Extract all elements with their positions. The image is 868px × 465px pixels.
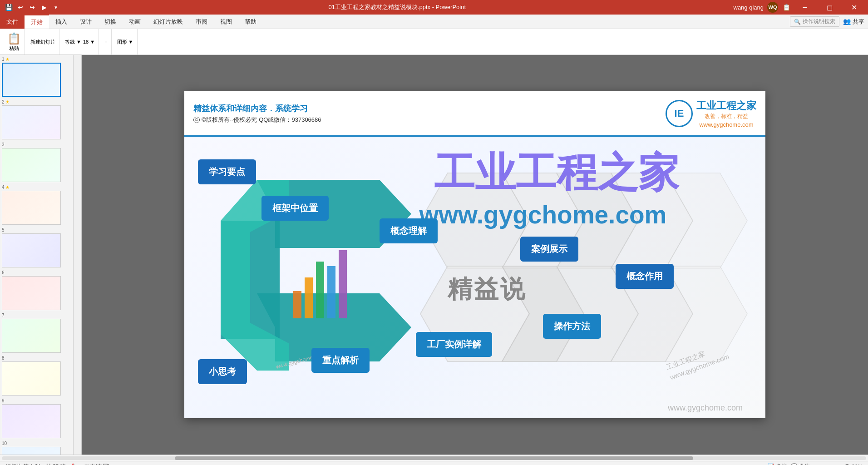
- slide-thumb-9[interactable]: 9: [2, 398, 71, 439]
- drawing-group: 图形 ▼: [113, 29, 138, 54]
- slide-thumb-4[interactable]: 4★: [2, 185, 71, 226]
- slide-thumbnail-8[interactable]: [2, 361, 61, 396]
- slide-number-2: 2★: [2, 99, 71, 104]
- slide-number-10: 10: [2, 441, 71, 446]
- slide-thumbnail-10[interactable]: [2, 447, 61, 455]
- zoom-control: 96%: [814, 464, 863, 465]
- slide-thumb-3[interactable]: 3: [2, 142, 71, 183]
- contact-text: QQ或微信：937306686: [259, 116, 321, 124]
- slide-thumb-6[interactable]: 6: [2, 270, 71, 311]
- watermark-subtle-2: 工业工程之家www.gygchome.com: [665, 341, 731, 383]
- copyright-circle: ©: [193, 117, 200, 123]
- label-gainian-zuoyong: 概念作用: [616, 264, 674, 289]
- comments-button[interactable]: 💬 批注: [791, 463, 810, 465]
- label-xuexi-yaodian: 学习要点: [198, 159, 256, 184]
- titlebar: 💾 ↩ ↪ ▶ ▼ 01工业工程之家教材之精益说模块.pptx - PowerP…: [0, 0, 868, 15]
- tab-transition[interactable]: 切换: [98, 15, 123, 29]
- header-right: IE 工业工程之家 改善，标准，精益 www.gygchome.com: [666, 99, 756, 128]
- watermark-bottom-right: www.gygchome.com: [668, 403, 743, 413]
- svg-rect-17: [327, 266, 335, 318]
- svg-rect-12: [221, 221, 280, 339]
- tab-file[interactable]: 文件: [0, 15, 25, 29]
- notes-button[interactable]: 📝 备注: [768, 463, 787, 465]
- new-slide-button[interactable]: 新建幻灯片: [30, 39, 55, 45]
- canvas-area: 精益体系和详细内容．系统学习 © ©版权所有--侵权必究 QQ或微信：93730…: [74, 55, 868, 455]
- shapes-button[interactable]: 图形 ▼: [117, 39, 133, 45]
- present-icon[interactable]: ▶: [39, 2, 49, 12]
- tab-animation[interactable]: 动画: [123, 15, 147, 29]
- company-tagline: 改善，标准，精益: [696, 113, 756, 120]
- search-box[interactable]: 🔍 操作说明搜索: [790, 16, 839, 27]
- statusbar: 幻灯片 第 1 张，共 60 张 ✏️ 中文(中国) 📝 备注 💬 批注 96%: [0, 461, 868, 465]
- tab-design[interactable]: 设计: [74, 15, 98, 29]
- svg-rect-15: [305, 277, 313, 318]
- slide[interactable]: 精益体系和详细内容．系统学习 © ©版权所有--侵权必究 QQ或微信：93730…: [184, 91, 765, 418]
- slide-number-8: 8: [2, 356, 71, 361]
- paragraph-group: ≡: [101, 29, 111, 54]
- username: wang qiang: [734, 4, 764, 11]
- slide-thumbnail-7[interactable]: [2, 319, 61, 353]
- edit-indicator: ✏️: [71, 463, 79, 465]
- tab-help[interactable]: 帮助: [238, 15, 263, 29]
- font-size[interactable]: 18 ▼: [83, 39, 95, 45]
- label-xiao-sikao: 小思考: [198, 359, 247, 384]
- slide-number-5: 5: [2, 228, 71, 232]
- horizontal-scrollbar[interactable]: [0, 455, 868, 461]
- slide-thumbnail-5[interactable]: [2, 233, 61, 267]
- label-caozuo-fangfa: 操作方法: [543, 314, 601, 339]
- slide-canvas[interactable]: 精益体系和详细内容．系统学习 © ©版权所有--侵权必究 QQ或微信：93730…: [82, 55, 868, 455]
- header-copyright: © ©版权所有--侵权必究 QQ或微信：937306686: [193, 116, 666, 124]
- language: 中文(中国): [84, 463, 110, 465]
- slide-thumb-10[interactable]: 10: [2, 441, 71, 455]
- header-tagline: 精益体系和详细内容．系统学习: [193, 103, 666, 114]
- more-icon[interactable]: ▼: [51, 2, 61, 12]
- tab-start[interactable]: 开始: [25, 15, 49, 29]
- label-zhongdian: 重点解析: [311, 348, 370, 373]
- slide-number-9: 9: [2, 398, 71, 403]
- user-avatar[interactable]: WQ: [767, 2, 778, 13]
- label-kuangjia: 框架中位置: [261, 196, 329, 221]
- share-label: 共享: [853, 18, 864, 25]
- company-logo: IE 工业工程之家 改善，标准，精益 www.gygchome.com: [666, 99, 756, 128]
- tab-slideshow[interactable]: 幻灯片放映: [147, 15, 189, 29]
- slide-thumb-2[interactable]: 2★: [2, 99, 71, 140]
- font-group: 等线 ▼ 18 ▼: [61, 29, 99, 54]
- tab-review[interactable]: 审阅: [189, 15, 214, 29]
- slide-thumbnail-1[interactable]: 精益说: [2, 63, 61, 97]
- slide-thumb-5[interactable]: 5: [2, 228, 71, 268]
- zoom-level[interactable]: 96%: [852, 464, 863, 465]
- copyright-text: ©版权所有--侵权必究: [202, 116, 257, 124]
- tab-insert[interactable]: 插入: [49, 15, 74, 29]
- save-icon[interactable]: 💾: [4, 2, 14, 12]
- paste-button[interactable]: 📋 粘贴: [7, 32, 21, 52]
- redo-icon[interactable]: ↪: [27, 2, 37, 12]
- label-gongchang: 工厂实例详解: [416, 332, 492, 357]
- vertical-ruler: [74, 55, 82, 455]
- watermark-cn: 工业工程之家: [348, 150, 765, 195]
- minimize-button[interactable]: –: [794, 0, 815, 15]
- svg-marker-6: [611, 173, 693, 268]
- share-button[interactable]: 👥 共享: [843, 18, 864, 26]
- slide-thumb-1[interactable]: 1★ 精益说: [2, 57, 71, 98]
- align-left[interactable]: ≡: [104, 39, 107, 45]
- tab-view[interactable]: 视图: [214, 15, 238, 29]
- titlebar-right: wang qiang WQ 📋 – ◻ ✕: [734, 0, 865, 15]
- company-name: 工业工程之家: [696, 99, 756, 113]
- slide-thumb-7[interactable]: 7: [2, 313, 71, 354]
- scrollbar-thumb[interactable]: [175, 456, 693, 460]
- font-selector[interactable]: 等线 ▼: [65, 39, 81, 45]
- slide-thumbnail-6[interactable]: [2, 276, 61, 310]
- close-button[interactable]: ✕: [843, 0, 864, 15]
- restore-button[interactable]: ◻: [819, 0, 840, 15]
- slide-thumb-8[interactable]: 8: [2, 356, 71, 396]
- slide-thumbnail-4[interactable]: [2, 191, 61, 225]
- label-gainian-lijie: 概念理解: [380, 218, 438, 243]
- svg-rect-18: [339, 250, 347, 318]
- undo-icon[interactable]: ↩: [15, 2, 25, 12]
- slide-thumbnail-3[interactable]: [2, 148, 61, 182]
- slide-body: 工业工程之家 www.gygchome.com 工业工程之家www.gygcho…: [184, 137, 765, 418]
- slide-thumbnail-2[interactable]: [2, 105, 61, 139]
- slide-thumbnail-9[interactable]: [2, 404, 61, 438]
- statusbar-left: 幻灯片 第 1 张，共 60 张 ✏️ 中文(中国): [5, 463, 110, 465]
- feedback-icon[interactable]: 📋: [782, 3, 791, 12]
